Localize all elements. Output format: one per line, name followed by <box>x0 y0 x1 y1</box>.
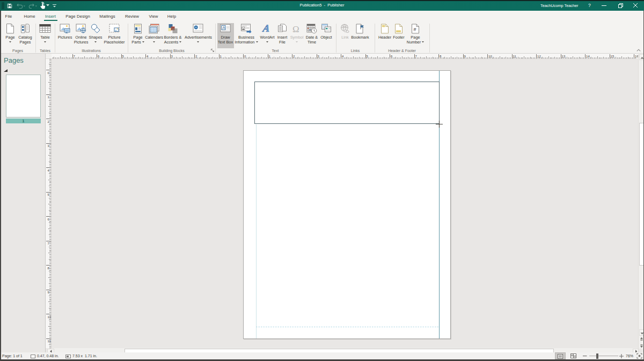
svg-text:11: 11 <box>513 55 517 58</box>
svg-text:A: A <box>262 24 270 33</box>
svg-text:#: # <box>414 27 416 32</box>
svg-text:A: A <box>223 25 225 30</box>
svg-text:Ω: Ω <box>292 24 299 34</box>
